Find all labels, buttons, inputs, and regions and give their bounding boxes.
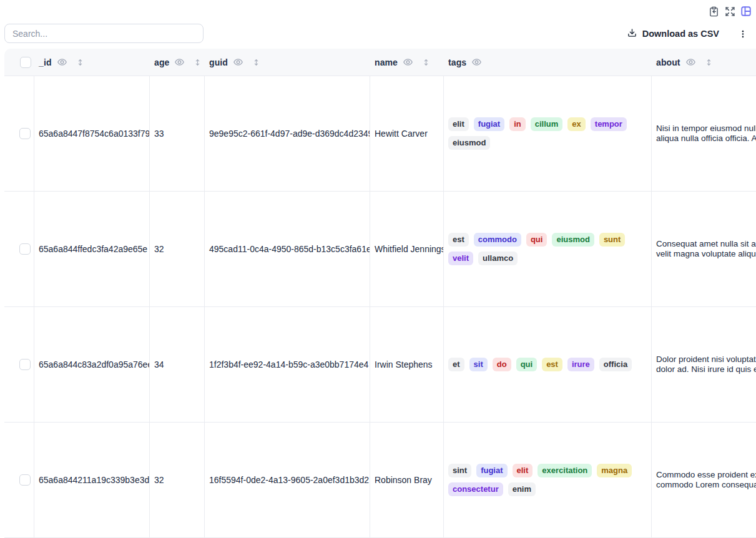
cell-_id: 65a6a8447f8754c6a0133f79	[34, 76, 150, 191]
sort-icon[interactable]	[705, 57, 713, 68]
cell-value: 65a6a844c83a2df0a95a76ee	[39, 359, 150, 369]
sort-icon[interactable]	[76, 57, 84, 68]
row-checkbox[interactable]	[19, 128, 31, 139]
tag-list: etsitdoquiestirureofficia	[448, 358, 651, 371]
table: _idageguidnametagsabout 65a6a8447f8754c6…	[4, 49, 756, 538]
cell-name: Hewitt Carver	[370, 76, 444, 191]
visibility-icon[interactable]	[233, 57, 243, 67]
more-options-button[interactable]	[739, 29, 747, 39]
table-header: _idageguidnametagsabout	[4, 49, 756, 76]
select-all-checkbox[interactable]	[20, 57, 31, 68]
cell-guid: 16f5594f-0de2-4a13-9605-2a0ef3d1b3d2	[205, 423, 370, 537]
tag-pill: ullamco	[478, 252, 518, 265]
tag-pill: elit	[448, 117, 469, 131]
about-text: Consequat amet nulla sit auvelit magna v…	[656, 239, 756, 260]
sort-icon[interactable]	[194, 57, 202, 68]
row-select-cell	[4, 307, 34, 422]
column-label: about	[656, 57, 680, 67]
table-row: 65a6a8447f8754c6a0133f79339e9e95c2-661f-…	[4, 76, 756, 192]
about-text: Commodo esse proident excommodo Lorem co…	[656, 470, 756, 491]
tag-pill: et	[448, 358, 464, 371]
cell-value: 65a6a844ffedc3fa42a9e65e	[39, 244, 147, 254]
column-label: _id	[39, 57, 52, 67]
search-input[interactable]	[4, 24, 204, 43]
column-header-_id: _id	[34, 49, 150, 76]
expand-icon[interactable]	[724, 6, 735, 17]
cell-value: 1f2f3b4f-ee92-4a14-b59c-a3e0bb7174e4	[209, 359, 368, 369]
cell-age: 34	[150, 307, 205, 422]
tag-list: elitfugiatincillumextemporeiusmod	[448, 117, 651, 150]
table-row: 65a6a844ffedc3fa42a9e65e32495cad11-0c4a-…	[4, 192, 756, 307]
cell-name: Robinson Bray	[370, 423, 444, 537]
tag-pill: sint	[448, 464, 471, 477]
cell-age: 32	[150, 192, 205, 306]
tag-pill: est	[448, 233, 469, 247]
cell-value: Irwin Stephens	[375, 359, 433, 369]
cell-value: 33	[154, 129, 164, 139]
tag-pill: officia	[599, 358, 632, 371]
cell-age: 32	[150, 423, 205, 537]
tag-pill: do	[493, 358, 511, 371]
row-checkbox[interactable]	[19, 243, 31, 255]
about-line: Commodo esse proident ex	[656, 470, 756, 481]
tag-pill: qui	[516, 358, 538, 371]
tag-list: sintfugiatelitexercitationmagnaconsectet…	[448, 464, 651, 496]
table-view-icon[interactable]	[740, 6, 752, 17]
tag-pill: eiusmod	[552, 233, 594, 247]
about-text: Dolor proident nisi voluptatdolor ad. Ni…	[656, 355, 756, 375]
tag-pill: sunt	[599, 233, 625, 247]
sort-icon[interactable]	[422, 57, 430, 68]
row-select-cell	[4, 192, 34, 306]
row-checkbox[interactable]	[19, 474, 31, 486]
tag-pill: exercitation	[538, 464, 592, 477]
visibility-icon[interactable]	[174, 57, 185, 67]
row-select-cell	[4, 76, 34, 191]
cell-_id: 65a6a844ffedc3fa42a9e65e	[34, 192, 150, 306]
column-header-about: about	[652, 49, 756, 76]
column-header-age: age	[150, 49, 205, 76]
about-line: Nisi in tempor eiusmod null	[656, 124, 756, 134]
tag-pill: commodo	[474, 233, 521, 247]
tag-pill: tempor	[591, 117, 627, 131]
sort-icon[interactable]	[252, 57, 260, 68]
tag-pill: fugiat	[476, 464, 507, 477]
paste-icon[interactable]	[708, 6, 719, 17]
cell-about: Dolor proident nisi voluptatdolor ad. Ni…	[652, 307, 756, 422]
visibility-icon[interactable]	[57, 57, 67, 67]
download-csv-button[interactable]: Download as CSV	[627, 28, 719, 40]
table-row: 65a6a844c83a2df0a95a76ee341f2f3b4f-ee92-…	[4, 307, 756, 423]
cell-value: 32	[154, 475, 164, 485]
visibility-icon[interactable]	[471, 57, 482, 67]
tag-list: estcommodoquieiusmodsuntvelitullamco	[448, 233, 651, 265]
visibility-icon[interactable]	[685, 57, 696, 67]
column-label: age	[154, 57, 169, 67]
tag-pill: est	[542, 358, 562, 371]
row-checkbox[interactable]	[19, 359, 31, 370]
cell-about: Nisi in tempor eiusmod nullaliqua nulla …	[652, 76, 756, 191]
window-actions	[708, 6, 752, 17]
tag-pill: cillum	[531, 117, 563, 131]
cell-value: 16f5594f-0de2-4a13-9605-2a0ef3d1b3d2	[209, 475, 369, 485]
cell-about: Consequat amet nulla sit auvelit magna v…	[652, 192, 756, 306]
tag-pill: consectetur	[448, 482, 503, 496]
about-line: commodo Lorem consequa	[656, 480, 756, 491]
cell-value: Robinson Bray	[375, 475, 432, 485]
header-select-cell	[4, 49, 34, 76]
cell-guid: 9e9e95c2-661f-4d97-ad9e-d369dc4d2349	[205, 76, 370, 191]
tag-pill: magna	[597, 464, 632, 477]
cell-value: 34	[154, 359, 164, 369]
cell-value: 495cad11-0c4a-4950-865d-b13c5c3fa61e	[209, 244, 370, 254]
tag-pill: sit	[469, 358, 488, 371]
visibility-icon[interactable]	[403, 57, 413, 67]
cell-tags: estcommodoquieiusmodsuntvelitullamco	[444, 192, 652, 306]
table-body: 65a6a8447f8754c6a0133f79339e9e95c2-661f-…	[4, 76, 756, 538]
about-line: Dolor proident nisi voluptat	[656, 355, 756, 365]
cell-about: Commodo esse proident excommodo Lorem co…	[652, 423, 756, 537]
tag-pill: ex	[567, 117, 585, 131]
cell-value: Whitfield Jennings	[375, 244, 444, 254]
about-line: velit magna voluptate aliqu	[656, 249, 756, 260]
cell-value: 9e9e95c2-661f-4d97-ad9e-d369dc4d2349	[209, 129, 370, 139]
cell-value: 32	[154, 244, 164, 254]
data-table: _idageguidnametagsabout 65a6a8447f8754c6…	[4, 49, 756, 538]
tag-pill: velit	[448, 252, 473, 265]
